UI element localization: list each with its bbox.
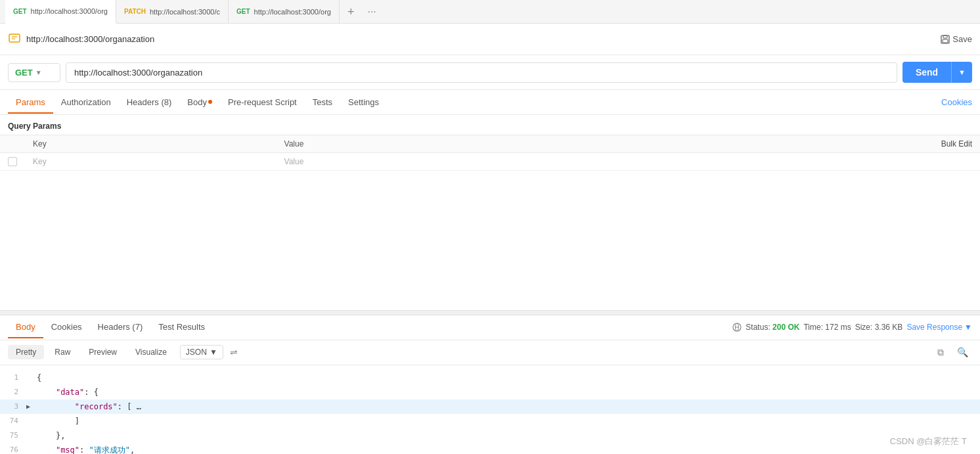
address-bar: http://localhost:3000/organazation Save [0,24,980,55]
tab-3-method: GET [236,8,250,15]
response-section: Body Cookies Headers (7) Test Results St… [0,315,980,455]
save-response-chevron-icon: ▼ [964,323,972,332]
tab-2-method: PATCH [124,8,146,15]
response-tab-test-results[interactable]: Test Results [150,317,213,338]
svg-rect-0 [9,34,20,42]
line-num-76: 76 [0,443,26,455]
copy-icon[interactable]: ⧉ [933,344,948,361]
save-button[interactable]: Save [941,34,972,44]
bulk-edit-header[interactable]: Bulk Edit [579,135,980,153]
tab-authorization[interactable]: Authorization [53,92,119,114]
format-raw-button[interactable]: Raw [47,345,78,359]
tab-settings[interactable]: Settings [340,92,387,114]
line-num-2: 2 [0,386,26,399]
size-value: 3.36 KB [875,323,903,332]
url-input[interactable] [66,62,897,83]
tab-3[interactable]: GET http://localhost:3000/org [229,0,340,24]
tab-headers[interactable]: Headers (8) [119,92,180,114]
tab-1[interactable]: GET http://localhost:3000/org [5,0,116,24]
section-divider [0,310,980,315]
format-type-select[interactable]: JSON ▼ [180,345,223,359]
line-content-1: { [37,371,980,384]
line-content-74: ] [37,415,980,428]
code-editor: 1 { 2 "data": { 3 ▶ "records": [ … 74 [0,365,980,455]
tab-pre-request[interactable]: Pre-request Script [220,92,305,114]
code-line-76: 76 "msg": "请求成功", [0,443,980,455]
save-response-button[interactable]: Save Response ▼ [906,323,972,332]
code-line-74: 74 ] [0,414,980,428]
format-pretty-button[interactable]: Pretty [8,345,44,359]
response-tab-body[interactable]: Body [8,317,43,338]
format-bar: Pretty Raw Preview Visualize JSON ▼ ⇌ ⧉ … [0,340,980,365]
line-num-74: 74 [0,415,26,428]
line-content-75: }, [37,429,980,442]
row-checkbox-cell [0,153,25,171]
query-params-section: Query Params Key Value Bulk Edit Key [0,115,980,171]
request-icon [8,32,21,47]
value-cell[interactable]: Value [277,153,579,171]
wrap-icon[interactable]: ⇌ [226,344,242,360]
params-table: Key Value Bulk Edit Key Value [0,135,980,171]
response-meta: Status: 200 OK Time: 172 ms Size: 3.36 K… [732,323,972,332]
cookies-link[interactable]: Cookies [941,97,972,107]
row-checkbox[interactable] [8,157,17,166]
method-value: GET [15,68,33,78]
tab-body[interactable]: Body [179,92,220,114]
code-line-2: 2 "data": { [0,385,980,399]
tab-1-method: GET [13,8,27,15]
tab-2-url: http://localhost:3000/c [150,8,220,16]
code-editor-wrap: 1 { 2 "data": { 3 ▶ "records": [ … 74 [0,365,980,455]
code-line-1: 1 { [0,371,980,385]
format-visualize-button[interactable]: Visualize [127,345,175,359]
code-line-3: 3 ▶ "records": [ … [0,399,980,414]
line-content-2: "data": { [37,386,980,399]
line-num-75: 75 [0,429,26,442]
code-line-75: 75 }, [0,428,980,443]
format-preview-button[interactable]: Preview [81,345,125,359]
add-tab-button[interactable]: + [340,6,363,18]
address-url: http://localhost:3000/organazation [26,34,941,44]
time-value: 172 ms [825,323,851,332]
method-select[interactable]: GET ▼ [8,63,60,82]
tab-bar: GET http://localhost:3000/org PATCH http… [0,0,980,24]
tab-2[interactable]: PATCH http://localhost:3000/c [116,0,229,24]
method-chevron-icon: ▼ [35,69,42,76]
table-row: Key Value [0,153,980,171]
request-bar: GET ▼ Send ▼ [0,55,980,90]
format-type-value: JSON [186,348,207,357]
line-num-3: 3 [0,400,26,413]
format-right-actions: ⧉ 🔍 [933,344,972,361]
svg-rect-5 [943,39,948,43]
search-icon[interactable]: 🔍 [953,344,972,361]
format-chevron-icon: ▼ [210,348,217,357]
status-label: Status: 200 OK [746,323,799,332]
time-label: Time: 172 ms [803,323,851,332]
watermark: CSDN @白雾茫茫 T [890,436,967,447]
tab-1-url: http://localhost:3000/org [31,7,108,15]
response-tab-cookies[interactable]: Cookies [43,317,90,338]
tab-tests[interactable]: Tests [305,92,340,114]
value-col-header: Value [277,135,579,153]
app-container: GET http://localhost:3000/org PATCH http… [0,0,980,454]
request-tabs: Params Authorization Headers (8) Body Pr… [0,90,980,115]
response-tab-headers[interactable]: Headers (7) [90,317,151,338]
spacer [0,171,980,310]
tab-params[interactable]: Params [8,92,53,114]
line-content-3: "records": [ … [37,400,980,413]
line-content-76: "msg": "请求成功", [37,443,980,455]
send-group: Send ▼ [902,62,972,83]
more-tabs-button[interactable]: ··· [362,6,381,18]
bulk-cell [579,153,980,171]
checkbox-col-header [0,135,25,153]
response-tabs-bar: Body Cookies Headers (7) Test Results St… [0,315,980,340]
status-value: 200 OK [772,323,799,332]
send-button[interactable]: Send [902,62,951,83]
tab-3-url: http://localhost:3000/org [254,8,331,16]
key-col-header: Key [25,135,277,153]
line-arrow-3: ▶ [26,400,37,413]
send-dropdown-button[interactable]: ▼ [951,62,972,83]
line-num-1: 1 [0,371,26,384]
size-label: Size: 3.36 KB [855,323,903,332]
key-cell[interactable]: Key [25,153,277,171]
section-title: Query Params [0,115,980,135]
